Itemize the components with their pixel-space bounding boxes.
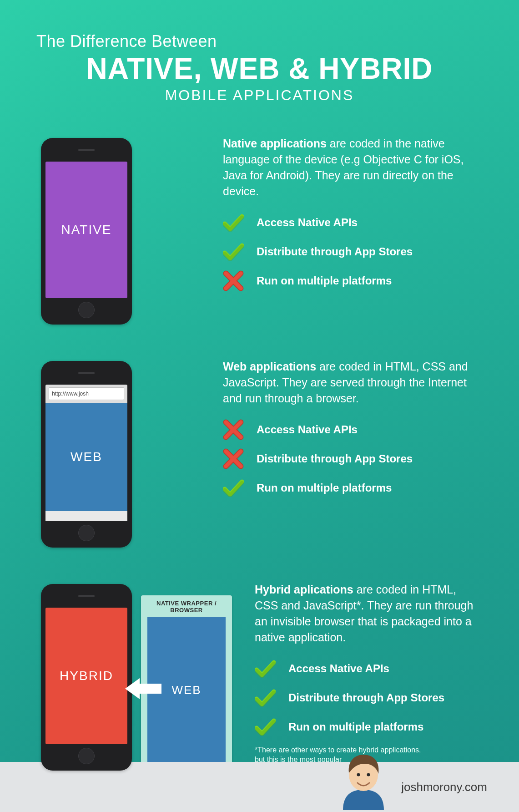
section-web: http://www.josh WEB Web applications are… [0,336,519,563]
phone-native: NATIVE [41,138,132,325]
svg-point-3 [367,773,370,776]
phone-label-native: NATIVE [61,223,111,237]
pre-title: The Difference Between [36,32,483,51]
author-avatar [338,751,388,810]
check-icon [255,716,276,737]
feature-label-multi: Run on multiple platforms [257,274,392,287]
feature-native-multi: Run on multiple platforms [223,270,483,291]
illustration-hybrid: HYBRID NATIVE WRAPPER / BROWSER WEB [41,577,237,777]
feature-label-store: Distribute through App Stores [257,245,413,258]
header: The Difference Between NATIVE, WEB & HYB… [0,0,519,113]
feature-web-multi: Run on multiple platforms [223,477,483,498]
cross-icon [223,270,244,291]
phone-label-hybrid: HYBRID [60,669,113,683]
cross-icon [223,419,244,440]
copy-hybrid: Hybrid aplications are coded in HTML, CS… [255,577,483,765]
phone-hybrid: HYBRID [41,584,132,771]
feature-label-api: Access Native APIs [257,216,358,229]
main-title: NATIVE, WEB & HYBRID [36,54,483,84]
arrow-left-icon [125,677,161,700]
phone-screen-native: NATIVE [45,162,127,298]
feature-native-store: Distribute through App Stores [223,241,483,262]
feature-label-api: Access Native APIs [257,423,358,436]
desc-bold-web: Web applications [223,360,316,373]
browser-footer-bar [45,511,127,521]
svg-marker-0 [125,678,161,699]
feature-hybrid-multi: Run on multiple platforms [255,716,483,737]
browser-url-bar: http://www.josh [49,387,124,400]
feature-label-multi: Run on multiple platforms [257,482,392,494]
phone-label-web: WEB [71,450,102,464]
feature-label-store: Distribute through App Stores [288,691,444,704]
cross-icon [223,448,244,469]
phone-screen-web: http://www.josh WEB [45,385,127,521]
copy-native: Native applications are coded in the nat… [223,131,483,299]
sub-title: MOBILE APPLICATIONS [36,87,483,104]
check-icon [223,477,244,498]
feature-web-store: Distribute through App Stores [223,448,483,469]
feature-hybrid-api: Access Native APIs [255,658,483,679]
infographic-canvas: The Difference Between NATIVE, WEB & HYB… [0,0,519,812]
copy-web: Web applications are coded in HTML, CSS … [223,354,483,507]
description-hybrid: Hybrid aplications are coded in HTML, CS… [255,582,483,645]
description-web: Web applications are coded in HTML, CSS … [223,359,483,406]
illustration-native: NATIVE [41,131,205,331]
desc-bold-native: Native applications [223,137,327,150]
phone-screen-hybrid: HYBRID [45,608,127,744]
phone-web: http://www.josh WEB [41,361,132,548]
section-hybrid: HYBRID NATIVE WRAPPER / BROWSER WEB Hybr… [0,559,519,787]
feature-label-api: Access Native APIs [288,662,389,675]
check-icon [255,687,276,708]
browser-page: WEB [45,403,127,511]
check-icon [255,658,276,679]
illustration-web: http://www.josh WEB [41,354,205,554]
site-link[interactable]: joshmorony.com [401,780,487,794]
section-native: NATIVE Native applications are coded in … [0,113,519,340]
wrapper-title: NATIVE WRAPPER / BROWSER [147,600,226,614]
check-icon [223,241,244,262]
description-native: Native applications are coded in the nat… [223,136,483,199]
feature-label-store: Distribute through App Stores [257,452,413,465]
feature-native-api: Access Native APIs [223,212,483,233]
feature-web-api: Access Native APIs [223,419,483,440]
wrapper-inner-label: WEB [171,683,201,697]
feature-label-multi: Run on multiple platforms [288,721,423,733]
check-icon [223,212,244,233]
feature-hybrid-store: Distribute through App Stores [255,687,483,708]
svg-point-2 [357,773,360,776]
desc-bold-hybrid: Hybrid aplications [255,583,353,596]
url-text: http://www.josh [52,391,89,397]
